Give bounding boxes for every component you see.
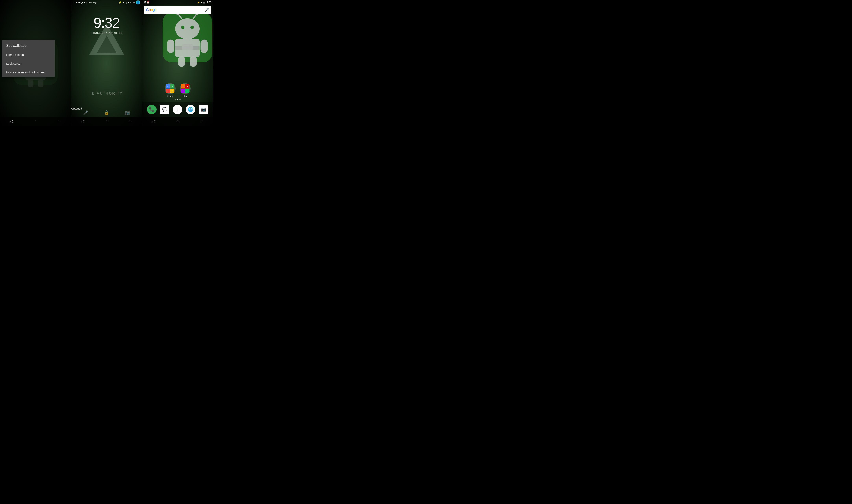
avatar-icon: 👤 bbox=[136, 0, 140, 4]
image-icon: 🖼 bbox=[144, 1, 146, 3]
status-left-icons: 🖼 ⏰ bbox=[144, 1, 149, 4]
navigation-bar: ◁ ○ □ bbox=[71, 116, 142, 126]
home-button[interactable]: ○ bbox=[104, 119, 109, 124]
back-button[interactable]: ◁ bbox=[81, 119, 86, 124]
chrome-icon: 🌐 bbox=[188, 107, 193, 112]
wifi-status-icon: ▲ bbox=[200, 1, 203, 3]
folder-app-store: ▶ bbox=[185, 89, 189, 93]
dock-camera[interactable]: 📷 bbox=[199, 105, 208, 114]
camera-icon: 📷 bbox=[201, 107, 206, 112]
status-bar: — Emergency calls only ⚡ ▲ ▥ ▪ 100% 👤 bbox=[71, 0, 142, 5]
google-e: e bbox=[155, 8, 157, 12]
dot-2 bbox=[177, 99, 178, 100]
google-logo: Google bbox=[146, 8, 157, 12]
lock-time: 9:32 bbox=[93, 16, 120, 30]
folder-app-videos: ▶ bbox=[185, 84, 189, 88]
clock-display: 9:30 bbox=[207, 1, 212, 4]
recents-button[interactable]: □ bbox=[199, 119, 203, 124]
status-right-icons: ⚡ ▲ ▥ ▪ 9:30 bbox=[197, 1, 212, 4]
dock-launcher[interactable]: ⠿ bbox=[173, 105, 182, 114]
status-left: — Emergency calls only bbox=[73, 1, 96, 3]
phone-icon: 📞 bbox=[149, 107, 154, 112]
recents-button[interactable]: □ bbox=[57, 119, 61, 124]
lock-screen-content: 9:32 THURSDAY, APRIL 14 bbox=[71, 0, 142, 116]
launcher-icon: ⠿ bbox=[176, 108, 179, 111]
home-button[interactable]: ○ bbox=[33, 119, 38, 124]
signal-status-icon: ▥ bbox=[203, 1, 205, 3]
bluetooth-icon: ⚡ bbox=[119, 1, 122, 4]
charged-text: Charged bbox=[71, 107, 82, 110]
signal-icon: ▥ bbox=[125, 1, 127, 4]
create-folder-icon[interactable]: ≡ # 📍 💡 bbox=[165, 83, 176, 94]
google-g: G bbox=[146, 8, 149, 12]
status-bar: 🖼 ⏰ ⚡ ▲ ▥ ▪ 9:30 bbox=[142, 0, 213, 5]
google-g2: g bbox=[152, 8, 155, 12]
battery-status-icon: ▪ bbox=[205, 1, 206, 3]
lock-date: THURSDAY, APRIL 14 bbox=[91, 32, 122, 34]
dialog-item-home[interactable]: Home screen bbox=[2, 50, 55, 59]
panel-home-screen: 🖼 ⏰ ⚡ ▲ ▥ ▪ 9:30 Google 🎤 ≡ bbox=[142, 0, 213, 126]
folder-app-keep: 💡 bbox=[170, 89, 175, 93]
home-content: ≡ # 📍 💡 Create bbox=[142, 14, 213, 106]
camera-icon[interactable]: 📷 bbox=[125, 110, 130, 115]
play-folder-label: Play bbox=[183, 95, 187, 97]
create-folder[interactable]: ≡ # 📍 💡 Create bbox=[165, 83, 176, 97]
lock-icon[interactable]: 🔓 bbox=[104, 110, 109, 115]
panel-lock-screen: — Emergency calls only ⚡ ▲ ▥ ▪ 100% 👤 9:… bbox=[71, 0, 142, 126]
dock-chrome[interactable]: 🌐 bbox=[186, 105, 195, 114]
battery-percent: 100% bbox=[130, 1, 135, 3]
panel-home-wallpaper: Set wallpaper Home screen Lock screen Ho… bbox=[0, 0, 71, 126]
dialog-title: Set wallpaper bbox=[2, 40, 55, 50]
dock-phone[interactable]: 📞 bbox=[147, 105, 157, 114]
battery-icon: ▪ bbox=[128, 1, 129, 3]
dock-messages[interactable]: 💬 bbox=[160, 105, 169, 114]
lock-authority-text: ID AUTHORITY bbox=[71, 91, 142, 95]
home-button[interactable]: ○ bbox=[175, 119, 180, 124]
emergency-text: — Emergency calls only bbox=[73, 1, 96, 3]
dot-3 bbox=[179, 99, 181, 100]
google-o2: o bbox=[150, 8, 152, 12]
status-right: ⚡ ▲ ▥ ▪ 100% 👤 bbox=[119, 0, 140, 4]
wallpaper-dialog: Set wallpaper Home screen Lock screen Ho… bbox=[2, 40, 55, 77]
messages-icon: 💬 bbox=[162, 107, 167, 112]
microphone-search-icon[interactable]: 🎤 bbox=[205, 8, 209, 12]
wifi-icon: ▲ bbox=[122, 1, 125, 4]
microphone-icon[interactable]: 🎤 bbox=[83, 110, 88, 115]
lock-bottom-icons: 🎤 🔓 📷 bbox=[71, 110, 142, 115]
back-button[interactable]: ◁ bbox=[151, 119, 156, 124]
app-dock: 📞 💬 ⠿ 🌐 📷 bbox=[142, 102, 213, 116]
create-folder-label: Create bbox=[167, 95, 173, 97]
play-folder[interactable]: 🎵 ▶ 🎮 ▶ Play bbox=[180, 83, 191, 97]
folder-app-games: 🎮 bbox=[181, 89, 185, 93]
navigation-bar: ◁ ○ □ bbox=[0, 116, 71, 126]
wallpaper-dialog-overlay[interactable]: Set wallpaper Home screen Lock screen Ho… bbox=[0, 0, 71, 116]
folder-app-music: 🎵 bbox=[181, 84, 185, 88]
dialog-item-both[interactable]: Home screen and lock screen bbox=[2, 68, 55, 77]
dialog-item-lock[interactable]: Lock screen bbox=[2, 59, 55, 68]
folder-app-maps: 📍 bbox=[166, 89, 170, 93]
page-indicator bbox=[175, 99, 181, 100]
play-folder-icon[interactable]: 🎵 ▶ 🎮 ▶ bbox=[180, 83, 191, 94]
bluetooth-status-icon: ⚡ bbox=[197, 1, 200, 3]
folder-app-docs: ≡ bbox=[166, 84, 170, 88]
app-folders: ≡ # 📍 💡 Create bbox=[165, 83, 191, 97]
back-button[interactable]: ◁ bbox=[10, 119, 14, 124]
dot-1 bbox=[175, 99, 176, 100]
navigation-bar: ◁ ○ □ bbox=[142, 116, 213, 126]
recents-button[interactable]: □ bbox=[128, 119, 132, 124]
google-o1: o bbox=[149, 8, 150, 12]
alarm-icon: ⏰ bbox=[147, 1, 149, 4]
google-search-bar[interactable]: Google 🎤 bbox=[144, 6, 212, 14]
folder-app-sheets: # bbox=[170, 84, 175, 88]
